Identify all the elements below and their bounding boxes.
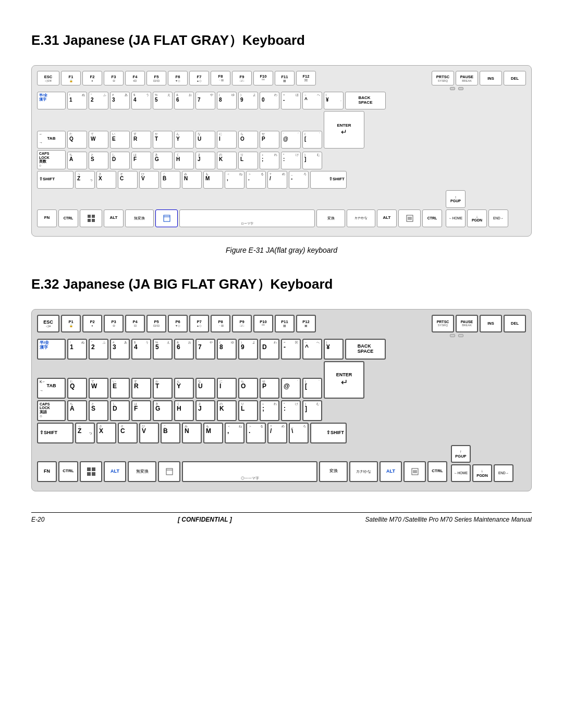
end-key-2[interactable]: END→ (494, 464, 513, 482)
alt-left-key-2[interactable]: ALT (104, 461, 126, 482)
f12-key[interactable]: F12開 (296, 71, 316, 85)
colon-key-2[interactable]: *け : (281, 400, 301, 421)
w-key-2[interactable]: て W (89, 378, 108, 399)
b-key-2[interactable]: こ B (161, 423, 180, 443)
prtsc-key-2[interactable]: PRTSCSYSRQ (432, 315, 454, 332)
s-key-2[interactable]: と S (89, 400, 108, 421)
num6-key[interactable]: &お 6 (174, 92, 194, 109)
g-key[interactable]: き G (153, 152, 173, 169)
katakana-key-2[interactable]: カナ/かな (349, 461, 378, 482)
r-key-2[interactable]: す R (131, 378, 151, 399)
openbracket-key[interactable]: {゜ [ (302, 131, 322, 149)
g-key-2[interactable]: き G (153, 400, 173, 421)
f5-key[interactable]: F5⊟/⊟ (146, 71, 166, 85)
m-key-2[interactable]: も M (203, 423, 223, 443)
num0-key-2[interactable]: わ D (260, 339, 279, 360)
q-key[interactable]: た Q (67, 131, 87, 149)
slash-key-2[interactable]: ?め / (267, 423, 287, 443)
openbracket-key-2[interactable]: {゜ [ (302, 378, 322, 399)
num7-key-2[interactable]: 'や 7 (195, 339, 215, 360)
j-key-2[interactable]: ま J (195, 400, 215, 421)
num4-key-2[interactable]: $う 4 (131, 339, 151, 360)
f1-key-2[interactable]: P1🔒 (61, 315, 81, 332)
c-key[interactable]: そ C (118, 171, 138, 189)
num2-key[interactable]: "ふ 2 (89, 92, 108, 109)
f3-key[interactable]: F3⊖ (104, 71, 124, 85)
shift-left-key[interactable]: ⇧SHIFT (37, 171, 74, 189)
p-key[interactable]: せ P (260, 131, 279, 149)
f10-key-2[interactable]: P10罒 (253, 315, 273, 332)
caret-key[interactable]: ~へ ^ (302, 92, 322, 109)
pause-key[interactable]: PAUSEBREAK (456, 71, 478, 85)
i-key-2[interactable]: に I (217, 378, 237, 399)
ctrl-right-key[interactable]: CTRL (422, 209, 442, 227)
r-key[interactable]: す R (131, 131, 151, 149)
semicolon-key[interactable]: +れ ; (260, 152, 279, 169)
l-key-2[interactable]: り L (238, 400, 258, 421)
f4-key-2[interactable]: P4⊟ (125, 315, 145, 332)
num5-key-2[interactable]: %え 5 (153, 339, 173, 360)
at-key[interactable]: `゛ @ (281, 131, 301, 149)
tab-key[interactable]: ← TAB → (37, 131, 66, 149)
w-key[interactable]: て W (89, 131, 108, 149)
comma-key-2[interactable]: ＜ね , (225, 423, 244, 443)
f6-key[interactable]: F6▼◇ (168, 71, 188, 85)
tab-key-2[interactable]: K← TAB → (37, 378, 66, 399)
f8-key[interactable]: F8・⊞ (211, 71, 230, 85)
f3-key-2[interactable]: P3⊖ (104, 315, 124, 332)
k-key[interactable]: の K (217, 152, 237, 169)
n-key-2[interactable]: み N (182, 423, 202, 443)
f11-key-2[interactable]: P11▦ (275, 315, 295, 332)
m-key[interactable]: も M (203, 171, 223, 189)
pgdn-key[interactable]: ↓PGDN (467, 209, 487, 227)
f1-key[interactable]: F1🔒 (61, 71, 81, 85)
num3-key[interactable]: #あ 3 (110, 92, 130, 109)
pgup-key[interactable]: ↑PGUP (446, 190, 466, 208)
f11-key[interactable]: F11▦ (275, 71, 295, 85)
o-key-2[interactable]: ら O (238, 378, 258, 399)
pgdn-key-2[interactable]: ↓PGDN (472, 464, 492, 482)
shift-right-key-2[interactable]: ⇧SHIFT (310, 423, 347, 443)
h-key[interactable]: く H (174, 152, 194, 169)
n-key[interactable]: み N (182, 171, 202, 189)
windows-key[interactable] (80, 209, 102, 227)
h-key-2[interactable]: く H (174, 400, 194, 421)
minus-key-2[interactable]: =区 - (281, 339, 301, 360)
f9-key-2[interactable]: P9□/□ (232, 315, 252, 332)
ro-key-2[interactable]: _ろ \ (289, 423, 309, 443)
minus-key[interactable]: =ほ - (281, 92, 301, 109)
s-key[interactable]: と S (89, 152, 108, 169)
q-key-2[interactable]: た Q (67, 378, 87, 399)
semicolon-key-2[interactable]: +れ ; (260, 400, 279, 421)
f5-key-2[interactable]: P5⊟/⊟ (146, 315, 166, 332)
enter-key[interactable]: ENTER ↵ (324, 111, 364, 149)
num1-key-2[interactable]: !ぬ 1 (67, 339, 87, 360)
at-key-2[interactable]: `゛ @ (281, 378, 301, 399)
shift-right-key[interactable]: ⇧SHIFT (310, 171, 347, 189)
num5-key[interactable]: %え 5 (153, 92, 173, 109)
menu-key-2[interactable] (403, 461, 426, 482)
f9-key[interactable]: F9□/□ (232, 71, 252, 85)
pgup-key-2[interactable]: ↑PGUP (451, 445, 471, 463)
num9-key-2[interactable]: )よ 9 (238, 339, 258, 360)
u-key-2[interactable]: な U (195, 378, 215, 399)
p-key-2[interactable]: せ P (260, 378, 279, 399)
t-key[interactable]: か T (153, 131, 173, 149)
closebracket-key[interactable]: }む ] (302, 152, 322, 169)
num8-key[interactable]: (ゆ 8 (217, 92, 237, 109)
end-key[interactable]: END→ (488, 209, 508, 227)
closebracket-key-2[interactable]: }む ] (302, 400, 322, 421)
backspace-key[interactable]: BACKSPACE (345, 92, 386, 109)
capslock-key[interactable]: CAPSLOCK英数 ○ (37, 150, 66, 169)
y-key[interactable]: ん Y (174, 131, 194, 149)
period-key-2[interactable]: ＞る . (246, 423, 266, 443)
menu-key[interactable] (398, 209, 421, 227)
f7-key-2[interactable]: P7▲◇ (189, 315, 209, 332)
henkan-key[interactable]: 変換 (316, 209, 345, 227)
esc-key[interactable]: ESC◁0/¥ (37, 71, 59, 85)
alt-right-key[interactable]: ALT (377, 209, 397, 227)
f12-key-2[interactable]: P12▣ (296, 315, 316, 332)
x-key-2[interactable]: さ X (96, 423, 116, 443)
home-key-2[interactable]: ←HOME (451, 464, 471, 482)
l-key[interactable]: り L (238, 152, 258, 169)
